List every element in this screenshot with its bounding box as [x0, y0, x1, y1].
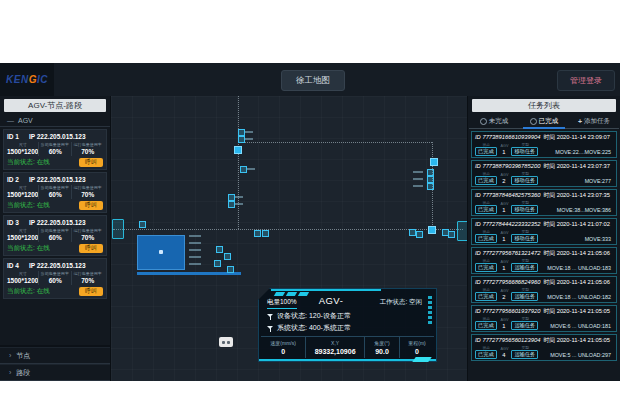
map-node[interactable] [238, 136, 245, 143]
task-status-badge: 已完成 [475, 263, 497, 272]
task-card[interactable]: ID 777277956761321472 时间 2020-11-14 21:0… [471, 247, 617, 274]
map-control-button[interactable] [219, 337, 233, 347]
app-window: KENGIC 徐工地图 管理登录 AGV-节点-路段 — AGV ID 1 IP… [0, 63, 620, 381]
agv-col-label: AGV [500, 172, 508, 177]
task-tab[interactable]: 添加任务 [569, 114, 619, 128]
task-nodes: MOVE:22....MOVE:225 [555, 148, 611, 156]
task-type-badge: 移动任务 [511, 176, 538, 185]
agv-card[interactable]: ID 2 IP 222.205.015.123 尺寸1500*1200 当前电量… [3, 172, 107, 213]
map-node[interactable] [430, 158, 438, 166]
agv-col-label: AGV [500, 259, 508, 264]
task-nodes: MOVE:277 [585, 177, 611, 185]
agv-center-dot [159, 250, 163, 254]
task-card[interactable]: ID 777278444223332352 时间 2020-11-14 21:0… [471, 218, 617, 245]
call-button[interactable]: 呼叫 [79, 158, 103, 167]
node-label [189, 242, 201, 244]
task-card[interactable]: ID 777277956560123904 时间 2020-11-14 21:0… [471, 334, 617, 361]
telemetry-value: 89332,10906 [315, 347, 356, 356]
task-panel-title: 任务列表 [472, 99, 616, 112]
node-label [235, 203, 243, 205]
map-node[interactable] [228, 201, 235, 208]
task-card[interactable]: ID 777388790396785200 时间 2020-11-14 23:0… [471, 160, 617, 187]
admin-login-button[interactable]: 管理登录 [557, 70, 615, 91]
task-agv: 1 [500, 235, 507, 243]
battery-level: 电量100% [267, 298, 297, 309]
map-node[interactable] [216, 246, 223, 253]
task-status-badge: 已完成 [475, 350, 497, 359]
task-card[interactable]: ID 777389166610939904 时间 2020-11-14 23:0… [471, 131, 617, 158]
status-col-label: 状态 [482, 345, 490, 350]
task-card[interactable]: ID 777277956601937920 时间 2020-11-14 21:0… [471, 305, 617, 332]
tab-label: 未完成 [489, 117, 509, 126]
hud-decoration [259, 359, 436, 361]
map-zone-tag [112, 219, 124, 239]
telemetry-cell: X,Y89332,10906 [305, 337, 364, 358]
sidebar-item-nodes[interactable]: › 节点 [0, 347, 110, 364]
map-node[interactable] [427, 176, 434, 183]
map-node[interactable] [254, 230, 261, 237]
task-agv: 1 [500, 322, 507, 330]
map-node[interactable] [448, 231, 455, 238]
agv-id: ID 4 [7, 262, 19, 269]
map-node[interactable] [224, 253, 231, 260]
battery-value: 60% [39, 191, 71, 199]
run-label: 运行电量使用率 [74, 228, 102, 233]
map-node[interactable] [238, 129, 245, 136]
task-status-badge: 已完成 [475, 176, 497, 185]
agv-card[interactable]: ID 4 IP 222.205.015.123 尺寸1500*1200 当前电量… [3, 258, 107, 299]
map-node[interactable] [428, 226, 436, 234]
agv-card[interactable]: ID 3 IP 222.205.015.123 尺寸1500*1200 当前电量… [3, 215, 107, 256]
call-button[interactable]: 呼叫 [79, 287, 103, 296]
map-node[interactable] [262, 230, 269, 237]
device-status: 设备状态: 120-设备正常 [277, 311, 351, 321]
battery-value: 60% [39, 148, 71, 156]
sidebar-item-paths[interactable]: › 路段 [0, 364, 110, 381]
task-time: 时间 2020-11-14 23:09:07 [543, 134, 610, 141]
map-node[interactable] [228, 194, 235, 201]
task-nodes: MOVE:38...MOVE:386 [557, 206, 611, 214]
battery-label: 当前电量使用率 [41, 271, 69, 276]
map-node[interactable] [240, 166, 247, 173]
task-card[interactable]: ID 777277956686824960 时间 2020-11-14 21:0… [471, 276, 617, 303]
map-node[interactable] [234, 146, 242, 154]
task-card[interactable]: ID 777387846482575360 时间 2020-11-14 23:0… [471, 189, 617, 216]
type-col-label: 类型 [521, 142, 529, 147]
map-node[interactable] [214, 260, 221, 267]
node-label [189, 256, 201, 258]
telemetry-label: X,Y [331, 340, 339, 347]
node-label [235, 196, 243, 198]
map-node[interactable] [409, 229, 416, 236]
filter-icon [267, 325, 274, 332]
type-col-label: 类型 [521, 258, 529, 263]
agv-vehicle[interactable] [137, 235, 185, 270]
map-node[interactable] [427, 169, 434, 176]
collapse-icon: — [7, 117, 14, 124]
task-type-badge: 移动任务 [511, 234, 538, 243]
telemetry-value: 0 [415, 347, 419, 356]
online-status: 当前状态: 在线 [7, 201, 50, 210]
agv-card[interactable]: ID 1 IP 222.205.015.123 尺寸1500*1200 当前电量… [3, 129, 107, 170]
call-button[interactable]: 呼叫 [79, 244, 103, 253]
task-id: ID 777278444223332352 [475, 221, 540, 228]
agv-col-label: AGV [500, 288, 508, 293]
agv-group-toggle[interactable]: — AGV [0, 114, 110, 127]
task-tab[interactable]: 已完成 [519, 114, 569, 128]
map-node[interactable] [139, 221, 146, 228]
map-title-button[interactable]: 徐工地图 [281, 70, 345, 91]
call-button[interactable]: 呼叫 [79, 201, 103, 210]
map-node[interactable] [416, 231, 423, 238]
map-node[interactable] [227, 266, 234, 273]
status-col-label: 状态 [482, 142, 490, 147]
task-agv: 1 [500, 148, 507, 156]
map-node[interactable] [427, 183, 434, 190]
task-tab[interactable]: 未完成 [469, 114, 519, 128]
task-id: ID 777277956686824960 [475, 279, 540, 286]
size-label: 尺寸 [9, 228, 37, 233]
dock-lane [137, 272, 241, 275]
telemetry-value: 90.0 [375, 347, 389, 356]
task-id: ID 777277956560123904 [475, 337, 540, 344]
task-id: ID 777388790396785200 [475, 163, 540, 170]
online-status: 当前状态: 在线 [7, 244, 50, 253]
agv-ip: IP 222.205.015.123 [29, 262, 86, 269]
run-label: 运行电量使用率 [74, 271, 102, 276]
